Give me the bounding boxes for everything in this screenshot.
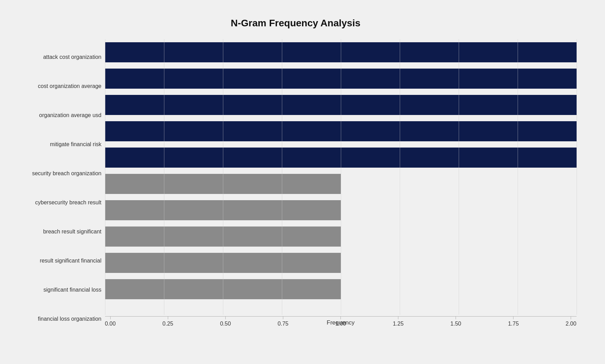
bar-dark-blue bbox=[105, 121, 577, 141]
y-axis-label: cost organization average bbox=[15, 73, 102, 99]
bar-gray bbox=[105, 174, 341, 194]
x-tick: 0.75 bbox=[278, 317, 288, 327]
x-tick-line bbox=[225, 317, 226, 319]
y-axis-label: attack cost organization bbox=[15, 44, 102, 70]
x-tick-line bbox=[398, 317, 398, 319]
x-tick-line bbox=[571, 317, 571, 319]
bar-dark-blue bbox=[105, 95, 577, 115]
x-tick-line bbox=[168, 317, 168, 319]
x-tick: 2.00 bbox=[565, 317, 576, 327]
y-axis-label: mitigate financial risk bbox=[15, 131, 102, 158]
plot-area: 0.000.250.500.751.001.251.501.752.00 Fre… bbox=[105, 39, 577, 337]
chart-area: attack cost organizationcost organizatio… bbox=[15, 39, 577, 337]
x-tick-label: 0.50 bbox=[220, 321, 231, 327]
x-tick: 0.00 bbox=[105, 317, 116, 327]
x-tick-label: 1.00 bbox=[335, 321, 346, 327]
bar-dark-blue bbox=[105, 148, 577, 168]
x-tick: 0.50 bbox=[220, 317, 231, 327]
y-axis-labels: attack cost organizationcost organizatio… bbox=[15, 39, 105, 337]
x-tick-label: 2.00 bbox=[565, 321, 576, 327]
y-axis-label: organization average usd bbox=[15, 102, 102, 128]
y-axis-label: breach result significant bbox=[15, 219, 102, 245]
bar-row bbox=[105, 197, 577, 223]
bar-dark-blue bbox=[105, 42, 577, 62]
x-tick-line bbox=[283, 317, 283, 319]
x-tick-label: 1.50 bbox=[450, 321, 461, 327]
bar-row bbox=[105, 92, 577, 118]
y-axis-label: significant financial loss bbox=[15, 277, 102, 303]
bar-row bbox=[105, 250, 577, 276]
y-axis-label: security breach organization bbox=[15, 160, 102, 187]
x-tick: 1.25 bbox=[393, 317, 404, 327]
bar-row bbox=[105, 223, 577, 250]
bar-row bbox=[105, 65, 577, 92]
grid-line bbox=[577, 39, 577, 315]
x-tick-label: 1.25 bbox=[393, 321, 404, 327]
y-axis-label: result significant financial bbox=[15, 248, 102, 274]
x-tick-label: 1.75 bbox=[508, 321, 519, 327]
bar-row bbox=[105, 118, 577, 144]
y-axis-label: cybersecurity breach result bbox=[15, 189, 102, 216]
x-tick: 1.50 bbox=[450, 317, 461, 327]
bar-row bbox=[105, 39, 577, 65]
x-tick: 1.75 bbox=[508, 317, 519, 327]
x-tick-line bbox=[110, 317, 111, 319]
bar-dark-blue bbox=[105, 69, 577, 89]
x-tick-label: 0.75 bbox=[278, 321, 288, 327]
bar-gray bbox=[105, 227, 341, 247]
chart-title: N-Gram Frequency Analysis bbox=[15, 18, 577, 29]
bars-section bbox=[105, 39, 577, 315]
x-tick-label: 0.00 bbox=[105, 321, 116, 327]
bar-gray bbox=[105, 200, 341, 220]
x-tick: 1.00 bbox=[335, 317, 346, 327]
y-axis-label: financial loss organization bbox=[15, 306, 102, 332]
bar-gray bbox=[105, 253, 341, 273]
x-tick-line bbox=[340, 317, 341, 319]
x-tick-label: 0.25 bbox=[163, 321, 173, 327]
x-tick-line bbox=[513, 317, 513, 319]
x-axis: 0.000.250.500.751.001.251.501.752.00 Fre… bbox=[105, 316, 577, 337]
chart-container: N-Gram Frequency Analysis attack cost or… bbox=[8, 7, 597, 357]
bar-gray bbox=[105, 279, 341, 299]
bar-row bbox=[105, 171, 577, 197]
bar-row bbox=[105, 144, 577, 171]
bar-row bbox=[105, 276, 577, 302]
x-tick: 0.25 bbox=[163, 317, 173, 327]
x-tick-line bbox=[456, 317, 456, 319]
